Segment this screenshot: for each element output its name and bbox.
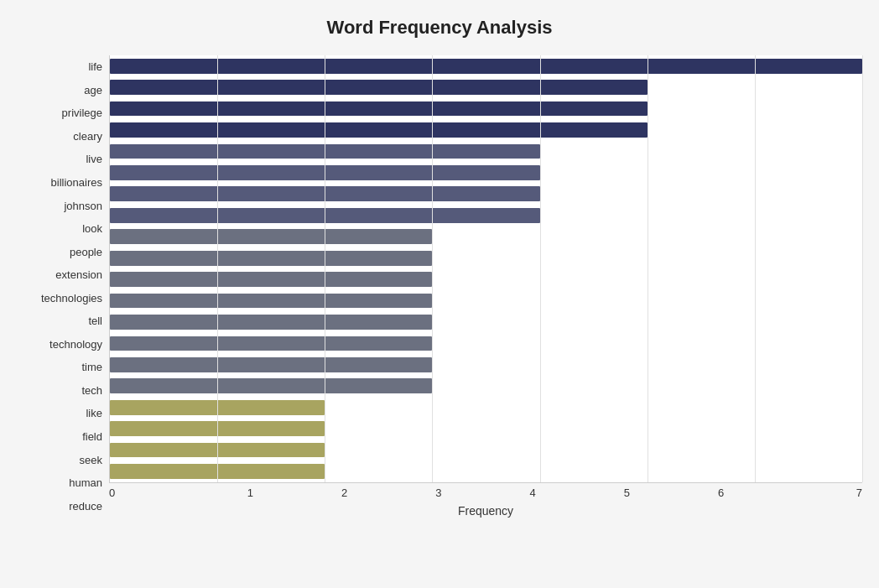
bar [110,80,648,95]
grid-line [862,55,863,482]
grid-line [755,55,756,482]
y-label: life [88,61,102,72]
chart-container: Word Frequency Analysis lifeageprivilege… [0,0,879,588]
bar [110,122,648,138]
x-tick: 1 [203,487,297,499]
x-axis: 01234567 Frequency [109,487,862,518]
y-label: cleary [73,131,102,142]
x-ticks: 01234567 [109,487,862,499]
bar-row [110,141,862,162]
x-tick: 5 [580,487,674,499]
y-label: extension [55,269,102,280]
y-label: technology [49,339,102,350]
bar [110,101,648,117]
x-tick: 7 [768,487,862,499]
bar [110,251,432,266]
x-tick: 4 [486,487,580,499]
bar [110,378,432,393]
chart-title: Word Frequency Analysis [17,17,862,39]
y-label: reduce [69,501,102,512]
y-label: billionaires [51,177,102,188]
bar-row [110,333,862,354]
bar [110,315,432,330]
y-label: tell [88,315,102,326]
grid-line [432,55,433,482]
bar-row [110,205,862,226]
bar-row [110,290,862,311]
y-label: field [82,431,102,442]
grid-line [325,55,325,482]
y-label: human [69,477,102,488]
y-label: privilege [62,107,102,118]
bars-and-xaxis: 01234567 Frequency [109,55,862,518]
y-label: like [86,408,102,419]
bar [110,357,432,372]
x-axis-label: Frequency [109,504,862,518]
bar-row [110,55,862,76]
y-axis: lifeageprivilegeclearylivebillionairesjo… [17,55,109,518]
bar-row [110,247,862,268]
y-label: seek [80,455,102,466]
bar [110,272,432,287]
bar-row [110,119,862,140]
chart-area: lifeageprivilegeclearylivebillionairesjo… [17,55,862,518]
x-tick: 2 [298,487,392,499]
y-label: technologies [41,293,102,304]
y-label: johnson [64,200,102,211]
x-tick: 3 [392,487,486,499]
grid-line [648,55,648,482]
bar-row [110,162,862,183]
bar-row [110,226,862,247]
x-tick: 6 [674,487,768,499]
y-label: look [82,223,102,234]
bar-row [110,76,862,97]
bar-row [110,184,862,205]
bar-row [110,98,862,119]
bar [110,59,862,74]
bar [110,294,432,309]
bar-row [110,461,862,481]
bar-row [110,418,862,439]
bar-row [110,268,862,289]
bar-row [110,397,862,418]
bars-area [109,55,862,483]
y-label: time [81,362,102,372]
grid-line [217,55,218,482]
y-label: age [84,85,102,96]
bar [110,229,432,244]
bar-row [110,311,862,332]
bar [110,336,432,351]
grid-line [540,55,541,482]
y-label: live [86,154,102,164]
bar-row [110,440,862,461]
bar-row [110,354,862,375]
x-tick: 0 [109,487,203,499]
y-label: people [70,247,102,258]
bar-row [110,376,862,397]
y-label: tech [81,385,102,396]
